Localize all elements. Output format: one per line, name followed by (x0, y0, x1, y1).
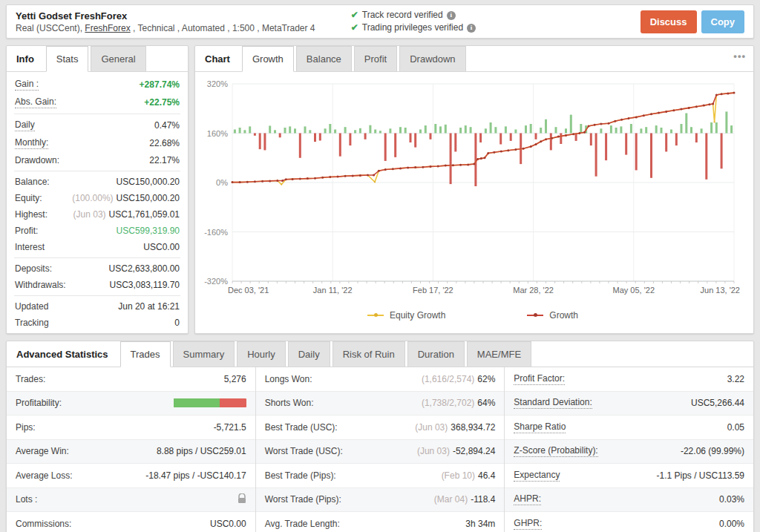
stat-label[interactable]: Expectancy (514, 470, 560, 482)
stat-row-highest: Highest:(Jun 03)USC1,761,059.01 (14, 206, 180, 223)
stat-value-main: 3.22 (727, 374, 744, 384)
stat-cell-z-score-probability: Z-Score (Probability):-22.06 (99.99%) (505, 440, 753, 464)
stats-tabbar: InfoStatsGeneral (7, 46, 188, 72)
svg-text:Jun 13, '22: Jun 13, '22 (701, 286, 740, 295)
stat-row-balance: Balance:USC150,000.20 (14, 174, 180, 190)
copy-button[interactable]: Copy (701, 10, 745, 33)
advanced-statistics-panel: Advanced StatisticsTradesSummaryHourlyDa… (6, 341, 754, 532)
stat-value-main: -22.06 (99.99%) (681, 446, 744, 456)
chart-options-icon[interactable]: ••• (733, 50, 746, 62)
stat-cell-average-win: Average Win:8.88 pips / USC259.01 (7, 440, 255, 464)
stat-value-main: 22.17% (149, 155, 180, 165)
stat-label[interactable]: AHPR: (514, 493, 541, 505)
stat-label: Longs Won: (265, 374, 312, 384)
svg-text:-160%: -160% (204, 228, 228, 237)
account-title: Yetti Godset FreshForex (16, 10, 351, 22)
chart-tab-growth[interactable]: Growth (242, 46, 294, 72)
advanced-tab-hourly[interactable]: Hourly (237, 341, 286, 367)
svg-text:Jan 11, '22: Jan 11, '22 (313, 286, 353, 295)
legend-item-equity-growth[interactable]: Equity Growth (367, 310, 445, 321)
stat-row-tracking: Tracking0 (14, 315, 180, 331)
advanced-tab-summary[interactable]: Summary (173, 341, 235, 367)
info-icon[interactable]: i (447, 11, 456, 20)
stat-cell-shorts-won: Shorts Won:(1,738/2,702)64% (256, 392, 505, 416)
stat-label[interactable]: Profit Factor: (514, 373, 565, 385)
stat-value: 0.47% (154, 120, 180, 131)
advanced-statistics-table: Trades:5,276Profitability:Pips:-5,721.5A… (7, 367, 753, 532)
advanced-column-1: Trades:5,276Profitability:Pips:-5,721.5A… (7, 367, 255, 532)
legend-label: Equity Growth (390, 310, 445, 321)
stat-label[interactable]: Abs. Gain: (15, 96, 56, 108)
stat-cell-worst-trade-usc: Worst Trade (USC):(Jun 03)-52,894.24 (256, 440, 505, 464)
stat-cell-avg-trade-length: Avg. Trade Length:3h 34m (256, 512, 505, 532)
stat-value: (Mar 04)-118.4 (434, 494, 495, 505)
stat-value-note: (Jun 03) (415, 422, 448, 433)
stat-value-main: 5,276 (224, 374, 246, 384)
chart-tab-drawdown[interactable]: Drawdown (399, 46, 465, 71)
stats-tab-general[interactable]: General (91, 46, 145, 71)
stat-label[interactable]: Standard Deviation: (514, 397, 592, 409)
stats-tab-info[interactable]: Info (7, 47, 44, 71)
stat-label[interactable]: Z-Score (Probability): (514, 445, 597, 457)
stat-value: 0 (174, 318, 180, 328)
account-meta: , Technical , Automated , 1:500 , MetaTr… (131, 23, 315, 33)
stat-row-equity: Equity:(100.00%)USC150,000.20 (14, 190, 180, 206)
badge-label: Trading privileges verified (362, 22, 463, 34)
advanced-tab-mae-mfe[interactable]: MAE/MFE (467, 341, 531, 367)
info-icon[interactable]: i (467, 24, 476, 33)
growth-chart[interactable]: 320%160%0%-160%-320%Dec 03, '21Jan 11, '… (198, 76, 747, 306)
stat-row-drawdown: Drawdown:22.17% (14, 152, 180, 168)
growth-chart-container[interactable]: 320%160%0%-160%-320%Dec 03, '21Jan 11, '… (195, 72, 753, 324)
advanced-tab-advanced-statistics[interactable]: Advanced Statistics (7, 342, 118, 367)
stat-cell-sharpe-ratio: Sharpe Ratio0.05 (505, 416, 753, 440)
stat-value: 3h 34m (465, 519, 495, 529)
stat-value: +22.75% (144, 97, 180, 108)
stat-cell-expectancy: Expectancy-1.1 Pips / USC113.59 (505, 464, 753, 488)
stat-value-main: 0.03% (719, 494, 744, 505)
broker-link[interactable]: FreshForex (85, 23, 130, 33)
stat-label[interactable]: Sharpe Ratio (514, 421, 566, 433)
chart-tab-balance[interactable]: Balance (296, 46, 352, 71)
stat-cell-best-trade-pips: Best Trade (Pips):(Feb 10)46.4 (256, 464, 505, 488)
stat-cell-commissions: Commissions:USC0.00 (7, 512, 255, 532)
stat-label[interactable]: Daily (15, 119, 35, 131)
stat-value: USC3,083,119.70 (109, 280, 180, 290)
stats-group: Daily0.47%Monthly:22.68%Drawdown:22.17% (14, 114, 180, 171)
profitability-bar (174, 398, 246, 407)
advanced-tab-duration[interactable]: Duration (407, 341, 465, 367)
stat-value: (Jun 03)-52,894.24 (417, 446, 495, 456)
stat-value: +287.74% (140, 79, 180, 90)
stat-row-abs-gain: Abs. Gain:+22.75% (14, 93, 180, 111)
stat-cell-ahpr: AHPR:0.03% (505, 488, 753, 513)
stat-label: Best Trade (USC): (265, 422, 338, 433)
chart-tab-profit[interactable]: Profit (354, 46, 397, 71)
stat-cell-profit-factor: Profit Factor:3.22 (505, 367, 753, 392)
stat-value-main: USC1,761,059.01 (109, 209, 180, 220)
stat-label: Balance: (15, 177, 50, 187)
stat-value-main: USC150,000.20 (117, 193, 180, 203)
stat-value: USC0.00 (143, 242, 180, 252)
stat-row-deposits: Deposits:USC2,633,800.00 (14, 260, 180, 277)
svg-text:Dec 03, '21: Dec 03, '21 (228, 286, 269, 295)
stat-label[interactable]: GHPR: (514, 518, 542, 530)
stat-value: -22.06 (99.99%) (681, 446, 744, 456)
stat-value: (100.00%)USC150,000.20 (72, 193, 180, 203)
lock-icon (238, 493, 246, 506)
advanced-tab-risk-of-ruin[interactable]: Risk of Ruin (332, 341, 405, 367)
stat-cell-worst-trade-pips: Worst Trade (Pips):(Mar 04)-118.4 (256, 488, 505, 513)
discuss-button[interactable]: Discuss (641, 10, 697, 33)
stat-row-gain: Gain :+287.74% (14, 76, 180, 93)
stat-label[interactable]: Monthly: (15, 137, 48, 149)
chart-tab-chart[interactable]: Chart (195, 47, 240, 71)
advanced-tab-daily[interactable]: Daily (288, 341, 330, 367)
stat-value-note: (Mar 04) (434, 494, 468, 505)
verification-badges: ✔Track record verifiedi✔Trading privileg… (351, 9, 641, 34)
stat-label[interactable]: Gain : (15, 79, 39, 91)
svg-text:-320%: -320% (204, 277, 228, 286)
stats-group: Gain :+287.74%Abs. Gain:+22.75% (14, 73, 180, 114)
stat-cell-lots: Lots : (7, 488, 255, 513)
advanced-tab-trades[interactable]: Trades (120, 341, 171, 367)
svg-text:0%: 0% (216, 178, 228, 187)
legend-item-growth[interactable]: Growth (527, 310, 578, 321)
stats-tab-stats[interactable]: Stats (46, 46, 89, 72)
